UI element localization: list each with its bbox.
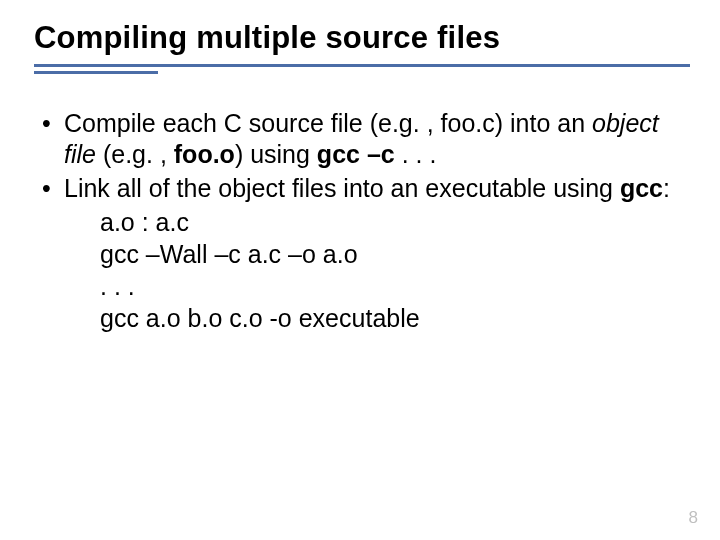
text: Link all of the object files into an exe…	[64, 174, 620, 202]
text: (e.g. ,	[96, 140, 174, 168]
text: . . .	[395, 140, 437, 168]
code-line-3: . . .	[34, 270, 674, 302]
code-line-1: a.o : a.c	[34, 206, 674, 238]
slide: Compiling multiple source files Compile …	[0, 0, 720, 540]
text: Compile each C source file (e.g. , foo.c…	[64, 109, 592, 137]
text-bold: gcc	[620, 174, 663, 202]
text: :	[663, 174, 670, 202]
page-number: 8	[689, 508, 698, 528]
slide-title: Compiling multiple source files	[34, 20, 500, 56]
code-line-2: gcc –Wall –c a.c –o a.o	[34, 238, 674, 270]
text-bold: foo.o	[174, 140, 235, 168]
underline-bar-top	[34, 64, 690, 67]
bullet-item-1: Compile each C source file (e.g. , foo.c…	[34, 108, 674, 171]
code-line-4: gcc a.o b.o c.o -o executable	[34, 302, 674, 334]
bullet-item-2: Link all of the object files into an exe…	[34, 173, 674, 204]
slide-body: Compile each C source file (e.g. , foo.c…	[34, 108, 674, 334]
text: ) using	[235, 140, 317, 168]
text-bold: gcc –c	[317, 140, 395, 168]
title-underline	[34, 64, 690, 76]
underline-bar-short	[34, 71, 158, 74]
